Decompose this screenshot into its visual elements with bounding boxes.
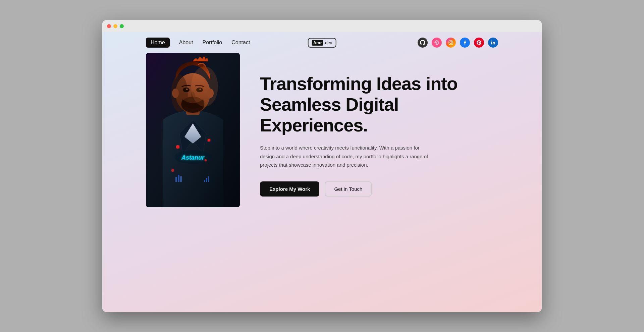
facebook-icon[interactable] [460,38,470,48]
linkedin-icon[interactable] [488,38,498,48]
traffic-light-close[interactable] [107,24,111,28]
pinterest-icon[interactable] [474,38,484,48]
svg-point-19 [176,145,179,149]
browser-chrome [102,20,542,32]
svg-point-14 [186,89,188,90]
hero-content: Transforming Ideas into Seamless Digital… [260,53,498,197]
svg-rect-23 [175,177,177,182]
instagram-icon[interactable] [446,38,456,48]
svg-point-22 [171,169,174,172]
hero-subtitle: Step into a world where creativity meets… [260,144,434,169]
svg-text:Astanur: Astanur [181,154,205,161]
svg-rect-24 [178,175,179,182]
svg-point-17 [172,89,179,98]
nav-portfolio[interactable]: Portfolio [203,40,222,46]
logo-prefix: Amr [312,40,323,46]
traffic-light-minimize[interactable] [113,24,117,28]
dribbble-icon[interactable] [432,38,442,48]
svg-rect-28 [208,176,209,182]
nav-home[interactable]: Home [146,38,170,48]
hero-title: Transforming Ideas into Seamless Digital… [260,73,498,135]
hero-section: Astanur [102,53,542,207]
nav-contact[interactable]: Contact [231,40,250,46]
hero-title-line1: Transforming Ideas into [260,73,458,94]
navbar: Home About Portfolio Contact Amr .dev [102,32,542,53]
hero-title-line2: Seamless Digital [260,94,398,114]
github-icon[interactable] [418,38,428,48]
nav-links: Home About Portfolio Contact [146,38,250,48]
browser-window: Home About Portfolio Contact Amr .dev [102,20,542,312]
svg-point-20 [208,139,210,142]
browser-content: Home About Portfolio Contact Amr .dev [102,32,542,312]
svg-point-12 [183,88,190,92]
hero-title-line3: Experiences. [260,115,368,135]
svg-rect-25 [180,176,182,182]
social-icons [418,38,498,48]
get-in-touch-button[interactable]: Get in Touch [325,181,372,197]
svg-point-2 [450,42,452,44]
logo-suffix: .dev [324,40,332,45]
svg-rect-26 [204,180,205,182]
hero-buttons: Explore My Work Get in Touch [260,181,498,197]
hero-illustration: Astanur [146,53,240,207]
hero-image: Astanur [146,53,240,207]
nav-about[interactable]: About [179,40,193,46]
svg-point-4 [491,41,492,41]
svg-point-3 [451,41,452,42]
explore-work-button[interactable]: Explore My Work [260,181,319,197]
svg-point-21 [205,159,207,161]
svg-rect-1 [449,41,453,45]
traffic-light-maximize[interactable] [120,24,124,28]
logo-badge[interactable]: Amr .dev [308,38,336,48]
svg-point-29 [191,66,218,107]
svg-rect-27 [206,178,207,182]
